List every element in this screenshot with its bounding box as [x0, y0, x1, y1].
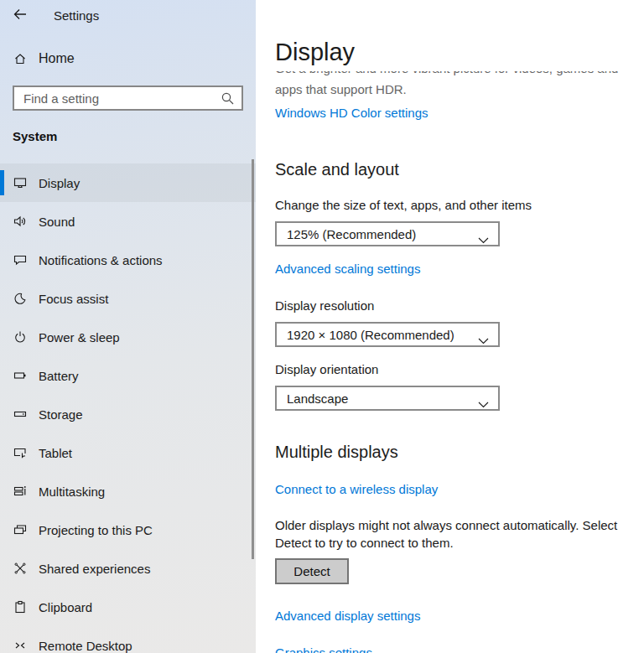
sidebar-item-multitasking[interactable]: Multitasking	[0, 472, 256, 510]
sidebar-item-focus-assist[interactable]: Focus assist	[0, 279, 256, 318]
graphics-settings-link[interactable]: Graphics settings	[275, 645, 644, 653]
search-input[interactable]	[14, 88, 216, 108]
tablet-icon	[13, 446, 27, 459]
clipboard-icon	[13, 600, 27, 614]
search-icon[interactable]	[221, 91, 235, 108]
chevron-down-icon	[478, 333, 489, 347]
notification-bubble-icon	[13, 253, 27, 267]
scale-label: Change the size of text, apps, and other…	[275, 197, 644, 214]
sidebar-item-tablet[interactable]: Tablet	[0, 433, 256, 472]
moon-icon	[13, 292, 27, 305]
sidebar-item-storage[interactable]: Storage	[0, 395, 256, 433]
sidebar-item-remote-desktop[interactable]: Remote Desktop	[0, 626, 256, 653]
titlebar: Settings	[0, 0, 256, 23]
advanced-display-settings-link[interactable]: Advanced display settings	[275, 608, 644, 624]
shared-nodes-icon	[13, 562, 27, 575]
detect-description: Older displays might not always connect …	[275, 516, 644, 552]
drive-icon	[13, 407, 27, 421]
connect-wireless-display-link[interactable]: Connect to a wireless display	[275, 481, 644, 498]
projecting-icon	[13, 523, 27, 536]
advanced-scaling-settings-link[interactable]: Advanced scaling settings	[275, 261, 644, 277]
section-label-system: System	[13, 129, 256, 143]
sidebar-item-power-sleep[interactable]: Power & sleep	[0, 318, 256, 356]
hdr-description-clipped-line: Get a brighter and more vibrant picture …	[275, 71, 640, 78]
sidebar-item-label: Storage	[39, 407, 83, 422]
sidebar-item-label: Multitasking	[39, 485, 105, 499]
remote-desktop-icon	[13, 639, 27, 652]
app-title: Settings	[54, 8, 99, 23]
resolution-dropdown[interactable]: 1920 × 1080 (Recommended)	[275, 322, 500, 347]
sidebar-item-shared-experiences[interactable]: Shared experiences	[0, 549, 256, 588]
sidebar-item-label: Clipboard	[39, 600, 92, 614]
sidebar-item-label: Sound	[39, 215, 75, 229]
chevron-down-icon	[478, 232, 489, 246]
sidebar-item-label: Tablet	[39, 446, 72, 460]
sidebar-item-projecting[interactable]: Projecting to this PC	[0, 510, 256, 549]
settings-sidebar: Settings Home System Display Sound	[0, 0, 256, 653]
sidebar-item-label: Remote Desktop	[39, 639, 132, 653]
sidebar-item-display[interactable]: Display	[0, 163, 256, 202]
sidebar-item-label: Power & sleep	[39, 330, 120, 345]
sidebar-item-notifications[interactable]: Notifications & actions	[0, 241, 256, 279]
orientation-label: Display orientation	[275, 361, 644, 378]
sidebar-item-clipboard[interactable]: Clipboard	[0, 588, 256, 626]
home-label: Home	[39, 51, 75, 66]
orientation-dropdown[interactable]: Landscape	[275, 386, 500, 411]
sidebar-item-label: Battery	[39, 369, 79, 383]
back-button[interactable]	[13, 8, 37, 24]
orientation-dropdown-value: Landscape	[287, 391, 348, 406]
sidebar-item-label: Focus assist	[39, 292, 108, 306]
back-arrow-icon	[13, 8, 27, 23]
multiple-displays-heading: Multiple displays	[275, 441, 644, 463]
scale-and-layout-heading: Scale and layout	[275, 158, 644, 180]
speaker-icon	[13, 215, 27, 228]
selected-accent-bar	[0, 170, 4, 195]
power-icon	[13, 330, 27, 344]
sidebar-nav: Display Sound Notifications & actions Fo…	[0, 163, 256, 653]
hdr-description-line2: apps that support HDR.	[275, 81, 644, 98]
display-icon	[13, 176, 27, 189]
chevron-down-icon	[478, 396, 489, 411]
resolution-dropdown-value: 1920 × 1080 (Recommended)	[287, 328, 454, 342]
scale-dropdown[interactable]: 125% (Recommended)	[275, 221, 500, 246]
sidebar-item-sound[interactable]: Sound	[0, 202, 256, 241]
detect-button[interactable]: Detect	[275, 558, 349, 584]
sidebar-item-label: Display	[39, 176, 80, 190]
sidebar-item-battery[interactable]: Battery	[0, 356, 256, 395]
sidebar-item-home[interactable]: Home	[13, 49, 256, 69]
resolution-label: Display resolution	[275, 298, 644, 314]
display-settings-page: Display Get a brighter and more vibrant …	[256, 0, 644, 653]
sidebar-item-label: Notifications & actions	[39, 253, 163, 267]
scale-dropdown-value: 125% (Recommended)	[287, 227, 416, 241]
search-box[interactable]	[13, 86, 243, 111]
page-title: Display	[275, 37, 644, 67]
windows-hd-color-settings-link[interactable]: Windows HD Color settings	[275, 105, 644, 122]
multitasking-icon	[13, 485, 27, 498]
home-icon	[13, 52, 27, 65]
battery-icon	[13, 369, 27, 382]
sidebar-item-label: Projecting to this PC	[39, 523, 153, 537]
sidebar-item-label: Shared experiences	[39, 562, 150, 576]
sidebar-scrollbar-thumb[interactable]	[252, 159, 254, 559]
